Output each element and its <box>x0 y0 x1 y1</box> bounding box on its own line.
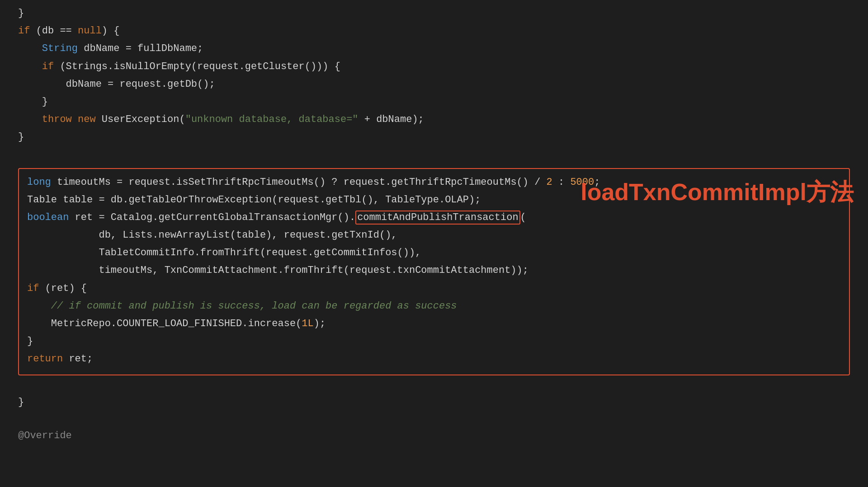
code-line-inner-close: } <box>18 93 850 111</box>
code-line-params-2: TabletCommitInfo.fromThrift(request.getC… <box>27 244 841 262</box>
code-line-comment: // if commit and publish is success, loa… <box>27 297 841 315</box>
code-line-if-close: } <box>27 332 841 350</box>
bottom-code-section: } @Override <box>0 389 868 445</box>
code-line-dbname-assign: dbName = request.getDb(); <box>18 75 850 93</box>
code-line-params-3: timeoutMs, TxnCommitAttachment.fromThrif… <box>27 262 841 279</box>
code-line-metric: MetricRepo.COUNTER_LOAD_FINISHED.increas… <box>27 315 841 332</box>
highlighted-method-block: loadTxnCommitImpl方法 long timeoutMs = req… <box>18 168 850 375</box>
main-code-container: loadTxnCommitImpl方法 long timeoutMs = req… <box>0 146 868 389</box>
top-code-section: } if (db == null) { String dbName = full… <box>0 0 868 146</box>
code-line-string-dbname: String dbName = fullDbName; <box>18 40 850 57</box>
code-line-if-null: if (db == null) { <box>18 22 850 40</box>
code-line-boolean-ret: boolean ret = Catalog.getCurrentGlobalTr… <box>27 209 841 226</box>
code-line-params-1: db, Lists.newArrayList(table), request.g… <box>27 226 841 244</box>
method-highlight: commitAndPublishTransaction <box>355 211 520 225</box>
code-line-return: return ret; <box>27 350 841 368</box>
annotation-label: loadTxnCommitImpl方法 <box>580 173 854 211</box>
code-line-if-ret: if (ret) { <box>27 280 841 297</box>
code-line-override: @Override <box>18 427 850 445</box>
code-line-throw: throw new UserException("unknown databas… <box>18 111 850 128</box>
code-line-final-close: } <box>18 393 850 411</box>
code-line-outer-close: } <box>18 128 850 146</box>
code-line-close-brace: } <box>18 5 850 22</box>
code-line-if-strings: if (Strings.isNullOrEmpty(request.getClu… <box>18 58 850 75</box>
